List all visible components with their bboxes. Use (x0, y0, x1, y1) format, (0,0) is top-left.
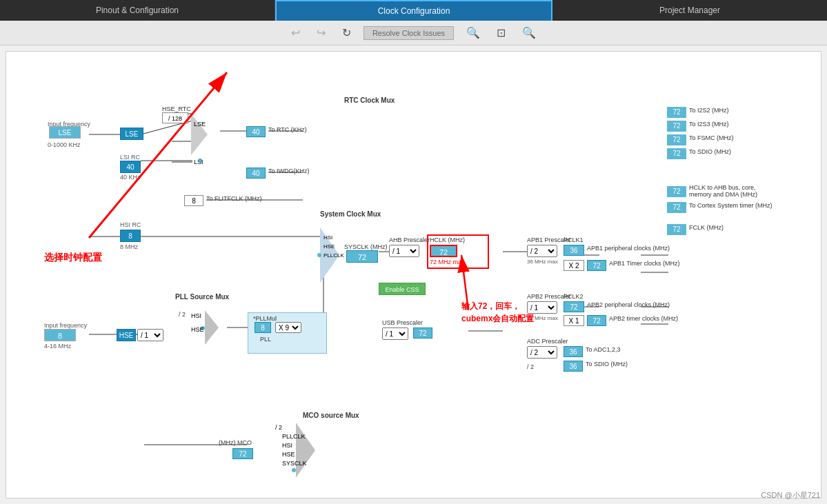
hsi-box: 8 (120, 230, 141, 242)
input-freq-label-2: Input frequency (44, 322, 87, 329)
fsmc-box[interactable]: 72 (667, 134, 686, 145)
resolve-button[interactable]: Resolve Clock Issues (363, 26, 454, 40)
iwdg-box[interactable]: 40 (246, 168, 266, 179)
pll-input-box[interactable]: 8 (255, 322, 271, 333)
rtc-clock-mux-label: RTC Clock Mux (344, 97, 395, 104)
ahb-div-select[interactable]: / 1/ 2/ 4 (389, 245, 419, 257)
hclk-ahb-label: HCLK to AHB bus, core, memory and DMA (M… (689, 184, 758, 198)
i2s2-box[interactable]: 72 (667, 107, 686, 118)
adc-div-select[interactable]: / 2/ 4 (527, 346, 557, 359)
enable-css-button[interactable]: Enable CSS (379, 283, 426, 295)
mco-val-box[interactable]: 72 (232, 448, 253, 459)
apb1-div-select[interactable]: / 2/ 1/ 4 (527, 245, 557, 257)
pll-mul-select[interactable]: X 9X 6 (275, 322, 301, 333)
lse-box: LSE (120, 128, 143, 140)
lse-mux-label: LSE (194, 121, 206, 128)
fsmc-label: To FSMC (MHz) (689, 134, 734, 141)
hse-freq-range: 4-16 MHz (44, 343, 71, 350)
mco-mux-shape (296, 423, 315, 478)
redo-button[interactable]: ↪ (312, 25, 330, 41)
hse-input-box[interactable]: 8 (44, 329, 76, 341)
sdio2-label: To SDIO (MHz) (689, 148, 731, 155)
tab-pinout[interactable]: Pinout & Configuration (0, 0, 275, 21)
iwdg-label: To IWDG(KHz) (268, 168, 310, 174)
sysclk-box[interactable]: 72 (346, 250, 378, 263)
refresh-button[interactable]: ↻ (338, 25, 355, 41)
lsi-rc-label: LSI RC (120, 154, 140, 161)
rtc-label: To RTC (KHz) (268, 126, 307, 133)
toolbar: ↩ ↪ ↻ Resolve Clock Issues 🔍 ⊡ 🔍 (0, 21, 827, 46)
usb-prescaler-label: USB Prescaler (382, 319, 423, 326)
apb1-periph-label: APB1 peripheral clocks (MHz) (587, 245, 670, 252)
apb2-periph-box[interactable]: 72 (564, 301, 584, 312)
mco-hsi-label: HSI (282, 442, 292, 449)
tab-clock[interactable]: Clock Configuration (275, 0, 552, 21)
hsi-pll-label: HSI (191, 312, 201, 319)
lse-input-box[interactable]: LSE (49, 126, 81, 139)
mco-output-label: (MHz) MCO (219, 439, 252, 446)
sdio-box[interactable]: 36 (564, 361, 583, 372)
pll-source-mux-label: PLL Source Mux (175, 293, 229, 301)
pclk1-label: PCLK1 (564, 236, 584, 243)
mco-pllclk-label: PLLCLK (282, 433, 306, 440)
adc-box[interactable]: 36 (564, 346, 583, 357)
annotation-input-72: 输入72，回车，cubemx会自动配置 (461, 300, 534, 325)
div128-box: / 128 (162, 112, 188, 123)
sysclk-label: SYSCLK (MHz) (344, 243, 388, 250)
hclk-ahb-box[interactable]: 72 (667, 186, 686, 197)
rtc-mux-shape (191, 114, 208, 155)
apb2-periph-label: APB2 peripheral clocks (MHz) (587, 301, 670, 308)
fit-button[interactable]: ⊡ (492, 25, 510, 41)
pclk1-box[interactable]: 36 (564, 245, 584, 256)
tab-project[interactable]: Project Manager (552, 0, 827, 21)
hse-rtc-label: HSE_RTC (162, 105, 191, 112)
zoom-out-button[interactable]: 🔍 (518, 25, 540, 41)
hse-div-select[interactable]: / 1 (137, 329, 163, 341)
hsi-rc-label: HSI RC (120, 221, 141, 228)
sysclk-mux-dot (317, 253, 321, 257)
hclk-highlight-box (427, 234, 489, 269)
ahb-prescaler-label: AHB Prescaler (389, 236, 430, 243)
apb1-timer-box[interactable]: 72 (587, 260, 606, 271)
x1-box: X 1 (564, 315, 584, 326)
flitfclk-box[interactable]: 8 (184, 195, 203, 206)
apb2-timer-box[interactable]: 72 (587, 315, 606, 326)
i2s3-box[interactable]: 72 (667, 121, 686, 132)
mco-dot (292, 468, 296, 472)
x2-box: X 2 (564, 260, 584, 271)
cortex-box[interactable]: 72 (667, 202, 686, 213)
zoom-in-button[interactable]: 🔍 (462, 25, 484, 41)
main-area: Input frequency 0-1000 KHz LSE LSE LSI R… (0, 46, 827, 504)
apb1-timer-label: APB1 Timer clocks (MHz) (609, 260, 680, 267)
apb2-timer-label: APB2 timer clocks (MHz) (609, 315, 678, 322)
adc-prescaler-label: ADC Prescaler (527, 338, 568, 345)
freq-range-1: 0-1000 KHz (48, 141, 81, 148)
system-clock-mux-label: System Clock Mux (320, 210, 381, 218)
fclk-box[interactable]: 72 (667, 224, 686, 235)
pclk2-label: PCLK2 (564, 293, 584, 300)
hse-box: HSE (117, 329, 136, 341)
header-tabs: Pinout & Configuration Clock Configurati… (0, 0, 827, 21)
mco-div2-label: / 2 (275, 424, 282, 431)
usb-box[interactable]: 72 (413, 327, 432, 339)
sdio-label: To SDIO (MHz) (586, 361, 628, 367)
pll-source-mux-shape (205, 310, 219, 345)
lsi-box: 40 (120, 161, 141, 173)
lsi-freq-label: 40 KHz (120, 174, 141, 181)
footer-credit: CSDN @小星721 (761, 490, 820, 501)
mco-source-mux-label: MCO source Mux (303, 412, 359, 419)
undo-button[interactable]: ↩ (287, 25, 304, 41)
diagram-lines (6, 52, 821, 498)
sdio-div-label: / 2 (527, 363, 534, 370)
rtc-mux-dot (198, 159, 202, 163)
mco-sysclk-label: SYSCLK (282, 460, 307, 467)
mco-hse-label: HSE (282, 451, 295, 458)
usb-div-select[interactable]: / 1/ 1.5 (382, 327, 408, 340)
rtc-output-box[interactable]: 40 (246, 126, 266, 137)
hsi-div2-label: / 2 (179, 311, 186, 318)
pllmul-label: *PLLMul (253, 315, 277, 322)
pll-label: PLL (260, 336, 271, 343)
sdio2-box[interactable]: 72 (667, 148, 686, 159)
apb1-max-label: 36 MHz max (527, 259, 558, 265)
i2s3-label: To I2S3 (MHz) (689, 121, 729, 128)
